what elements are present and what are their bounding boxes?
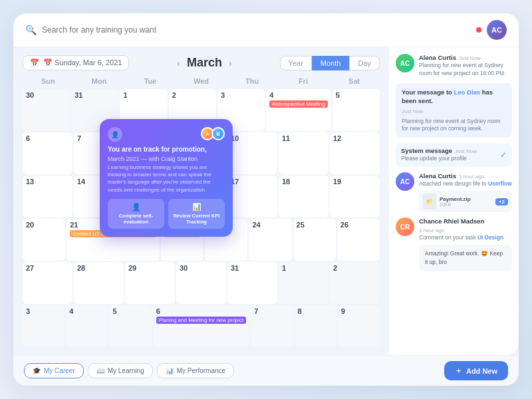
chance-message: Amazing! Great work. 🤩 Keep it up, bro xyxy=(419,245,512,271)
cal-cell[interactable]: 26 xyxy=(337,219,380,261)
cal-cell[interactable]: 4Retrospective Meeting xyxy=(266,89,331,131)
cal-cell[interactable]: 6 xyxy=(23,132,72,174)
file-name: Payment.zip xyxy=(440,196,492,202)
search-area: 🔍 xyxy=(25,25,476,35)
userflow-link[interactable]: Userflow xyxy=(488,180,512,187)
cal-cell[interactable]: 19 xyxy=(330,176,380,217)
month-view-button[interactable]: Month xyxy=(312,56,350,70)
bubble-text: Planning for new event at Sydney room fo… xyxy=(402,118,506,134)
design-link[interactable]: UI Design xyxy=(477,234,503,241)
month-name: March xyxy=(187,56,222,70)
cal-cell[interactable]: 7 xyxy=(251,305,293,347)
popup-subtitle: March 2021 — with Craig Stanton xyxy=(108,156,225,162)
cal-cell[interactable]: 2 xyxy=(330,262,380,304)
cal-cell[interactable]: 1 xyxy=(279,262,329,304)
calendar-side: 📅 📅 Sunday, Mar 6, 2021 ‹ March › Year M… xyxy=(13,47,389,355)
day-label-fri: Fri xyxy=(278,76,329,86)
event-tag: Retrospective Meeting xyxy=(269,100,328,108)
next-month-button[interactable]: › xyxy=(229,58,232,68)
search-icon: 🔍 xyxy=(25,25,37,35)
bottom-bar: 🎓 My Career 📖 My Learning 📊 My Performan… xyxy=(13,355,519,386)
cal-cell[interactable]: 18 xyxy=(279,176,329,217)
self-eval-icon: 👤 xyxy=(110,203,162,211)
main-card: 🔍 AC 📅 📅 Sunday, Mar 6, 2021 ‹ March › xyxy=(13,13,519,386)
cal-cell[interactable]: 10 xyxy=(227,132,277,174)
week-row: 3 4 5 6Planing and Meeting for new proje… xyxy=(23,305,380,347)
add-new-button[interactable]: ＋ Add New xyxy=(444,361,508,380)
promotion-popup: 👤 A B You are on track for promotion, Ma… xyxy=(100,119,233,237)
cal-cell[interactable]: 17 xyxy=(227,176,277,217)
add-label: Add New xyxy=(466,367,497,375)
cal-cell[interactable]: 13 xyxy=(23,176,72,217)
week-row: 27 28 29 30 31 1 2 xyxy=(23,262,380,304)
performance-label: My Performance xyxy=(177,367,225,374)
sys-text: Please update your profile xyxy=(401,155,496,163)
cal-cell[interactable]: 29 xyxy=(125,262,175,304)
bubble-label: Your message to Leo Dias has been sent. xyxy=(402,88,506,106)
event-tag: Planing and Meeting for new project xyxy=(156,317,247,324)
cal-cell[interactable]: 8 xyxy=(295,305,336,347)
search-input[interactable] xyxy=(42,25,188,35)
performance-icon: 📊 xyxy=(166,367,174,374)
chance-time: 2 hour ago xyxy=(419,227,444,233)
cal-cell[interactable]: 11 xyxy=(279,132,329,174)
bubble-time: Just Now xyxy=(402,108,424,115)
cal-cell[interactable]: 30 xyxy=(23,89,70,131)
cal-cell[interactable]: 24 xyxy=(249,219,291,261)
add-icon: ＋ xyxy=(455,366,462,376)
alena-name: Alena Curtis xyxy=(419,172,456,180)
cal-cell[interactable]: 6Planing and Meeting for new project xyxy=(153,305,250,347)
date-label: 📅 Sunday, Mar 6, 2021 xyxy=(43,59,122,67)
system-message: System message Just Now Please update yo… xyxy=(396,143,512,167)
day-label-mon: Mon xyxy=(74,76,125,86)
my-performance-tab[interactable]: 📊 My Performance xyxy=(157,363,234,378)
learning-label: My Learning xyxy=(108,367,144,374)
notif-time: Just Now xyxy=(459,55,481,61)
file-info: Payment.zip 10KB xyxy=(440,196,492,207)
cal-cell[interactable]: 25 xyxy=(293,219,336,261)
cal-cell[interactable]: 31 xyxy=(227,262,277,304)
day-view-button[interactable]: Day xyxy=(349,56,380,70)
cal-cell[interactable]: 30 xyxy=(176,262,226,304)
popup-avatars: A B xyxy=(203,127,225,140)
calendar-header: 📅 📅 Sunday, Mar 6, 2021 ‹ March › Year M… xyxy=(23,55,380,70)
calendar-icon: 📅 xyxy=(30,59,39,67)
file-extra-count: +2 xyxy=(495,198,508,205)
sys-time: Just Now xyxy=(455,148,477,154)
review-kpi-button[interactable]: 📊 Review Current KPI Tracking xyxy=(168,199,225,229)
cal-cell[interactable]: 27 xyxy=(23,262,72,304)
popup-body: Learning business strategy shows you are… xyxy=(108,164,225,194)
year-view-button[interactable]: Year xyxy=(280,56,312,70)
notification-dot xyxy=(476,27,481,33)
day-label-thu: Thu xyxy=(227,76,278,86)
notification-content: Alena Curtis Just Now Planning for new e… xyxy=(419,54,512,78)
day-label-tue: Tue xyxy=(124,76,176,86)
my-learning-tab[interactable]: 📖 My Learning xyxy=(88,363,153,378)
complete-self-eval-button[interactable]: 👤 Complete self-evaluation xyxy=(108,199,164,229)
notif-sender-name: Alena Curtis xyxy=(419,54,456,61)
cal-cell[interactable]: 28 xyxy=(74,262,124,304)
cal-cell[interactable]: 12 xyxy=(330,132,380,174)
alena-text: Attached new design file to Userflow xyxy=(419,180,512,188)
user-avatar[interactable]: AC xyxy=(487,20,507,40)
cal-cell[interactable]: 20 xyxy=(23,219,65,261)
chance-name: Chance Rhiel Madsen xyxy=(419,217,484,225)
my-career-tab[interactable]: 🎓 My Career xyxy=(24,363,84,378)
notification-item: AC Alena Curtis Just Now Planning for ne… xyxy=(396,54,512,78)
popup-user-icon: 👤 xyxy=(108,127,122,142)
top-bar: 🔍 AC xyxy=(13,13,519,47)
notification-item-chance: CR Chance Rhiel Madsen 2 hour ago Commen… xyxy=(396,217,512,271)
date-chip[interactable]: 📅 📅 Sunday, Mar 6, 2021 xyxy=(23,55,129,70)
prev-month-button[interactable]: ‹ xyxy=(177,58,180,68)
cal-cell[interactable]: 4 xyxy=(66,305,108,347)
cal-cell[interactable]: 3 xyxy=(23,305,65,347)
bubble-sender: Leo Dias xyxy=(454,88,481,96)
notification-item-alena2: AC Alena Curtis 1 hour ago Attached new … xyxy=(396,172,512,212)
career-icon: 🎓 xyxy=(33,367,41,374)
popup-actions: 👤 Complete self-evaluation 📊 Review Curr… xyxy=(108,199,225,229)
alena-avatar-2: AC xyxy=(396,172,414,191)
cal-cell[interactable]: 5 xyxy=(109,305,151,347)
popup-avatar-2: B xyxy=(211,127,225,140)
cal-cell[interactable]: 9 xyxy=(338,305,380,347)
cal-cell[interactable]: 5 xyxy=(332,89,380,131)
